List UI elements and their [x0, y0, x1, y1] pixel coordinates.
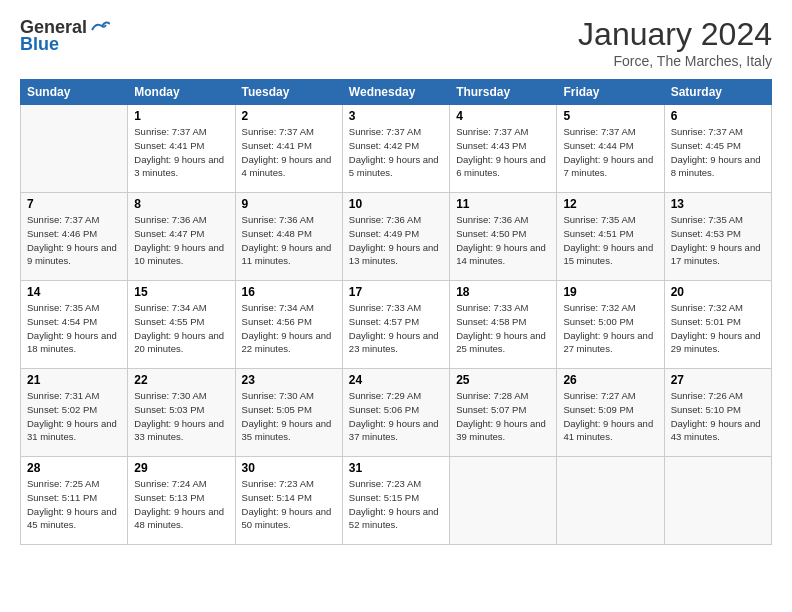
day-number: 22 [134, 373, 228, 387]
day-info: Sunrise: 7:37 AM Sunset: 4:43 PM Dayligh… [456, 125, 550, 180]
day-number: 31 [349, 461, 443, 475]
day-number: 20 [671, 285, 765, 299]
day-number: 19 [563, 285, 657, 299]
day-number: 11 [456, 197, 550, 211]
day-number: 8 [134, 197, 228, 211]
day-number: 17 [349, 285, 443, 299]
day-info: Sunrise: 7:37 AM Sunset: 4:46 PM Dayligh… [27, 213, 121, 268]
day-number: 23 [242, 373, 336, 387]
col-tuesday: Tuesday [235, 80, 342, 105]
table-row: 13Sunrise: 7:35 AM Sunset: 4:53 PM Dayli… [664, 193, 771, 281]
day-number: 5 [563, 109, 657, 123]
day-info: Sunrise: 7:24 AM Sunset: 5:13 PM Dayligh… [134, 477, 228, 532]
table-row: 29Sunrise: 7:24 AM Sunset: 5:13 PM Dayli… [128, 457, 235, 545]
day-info: Sunrise: 7:27 AM Sunset: 5:09 PM Dayligh… [563, 389, 657, 444]
day-info: Sunrise: 7:34 AM Sunset: 4:56 PM Dayligh… [242, 301, 336, 356]
day-number: 28 [27, 461, 121, 475]
table-row: 25Sunrise: 7:28 AM Sunset: 5:07 PM Dayli… [450, 369, 557, 457]
day-number: 15 [134, 285, 228, 299]
day-info: Sunrise: 7:33 AM Sunset: 4:58 PM Dayligh… [456, 301, 550, 356]
day-number: 14 [27, 285, 121, 299]
day-number: 9 [242, 197, 336, 211]
table-row: 23Sunrise: 7:30 AM Sunset: 5:05 PM Dayli… [235, 369, 342, 457]
col-monday: Monday [128, 80, 235, 105]
table-row: 30Sunrise: 7:23 AM Sunset: 5:14 PM Dayli… [235, 457, 342, 545]
col-sunday: Sunday [21, 80, 128, 105]
day-info: Sunrise: 7:37 AM Sunset: 4:41 PM Dayligh… [242, 125, 336, 180]
calendar-table: Sunday Monday Tuesday Wednesday Thursday… [20, 79, 772, 545]
day-info: Sunrise: 7:37 AM Sunset: 4:41 PM Dayligh… [134, 125, 228, 180]
day-info: Sunrise: 7:23 AM Sunset: 5:15 PM Dayligh… [349, 477, 443, 532]
table-row: 21Sunrise: 7:31 AM Sunset: 5:02 PM Dayli… [21, 369, 128, 457]
table-row [21, 105, 128, 193]
day-number: 7 [27, 197, 121, 211]
day-info: Sunrise: 7:36 AM Sunset: 4:49 PM Dayligh… [349, 213, 443, 268]
logo-icon [88, 16, 110, 38]
table-row: 19Sunrise: 7:32 AM Sunset: 5:00 PM Dayli… [557, 281, 664, 369]
table-row: 26Sunrise: 7:27 AM Sunset: 5:09 PM Dayli… [557, 369, 664, 457]
day-number: 1 [134, 109, 228, 123]
table-row: 1Sunrise: 7:37 AM Sunset: 4:41 PM Daylig… [128, 105, 235, 193]
header: General Blue January 2024 Force, The Mar… [20, 16, 772, 69]
table-row [557, 457, 664, 545]
table-row: 6Sunrise: 7:37 AM Sunset: 4:45 PM Daylig… [664, 105, 771, 193]
table-row: 16Sunrise: 7:34 AM Sunset: 4:56 PM Dayli… [235, 281, 342, 369]
table-row: 5Sunrise: 7:37 AM Sunset: 4:44 PM Daylig… [557, 105, 664, 193]
day-info: Sunrise: 7:35 AM Sunset: 4:53 PM Dayligh… [671, 213, 765, 268]
day-number: 27 [671, 373, 765, 387]
table-row: 27Sunrise: 7:26 AM Sunset: 5:10 PM Dayli… [664, 369, 771, 457]
title-block: January 2024 Force, The Marches, Italy [578, 16, 772, 69]
day-info: Sunrise: 7:33 AM Sunset: 4:57 PM Dayligh… [349, 301, 443, 356]
day-info: Sunrise: 7:32 AM Sunset: 5:00 PM Dayligh… [563, 301, 657, 356]
day-number: 21 [27, 373, 121, 387]
day-info: Sunrise: 7:25 AM Sunset: 5:11 PM Dayligh… [27, 477, 121, 532]
day-info: Sunrise: 7:37 AM Sunset: 4:42 PM Dayligh… [349, 125, 443, 180]
table-row: 8Sunrise: 7:36 AM Sunset: 4:47 PM Daylig… [128, 193, 235, 281]
table-row [664, 457, 771, 545]
day-info: Sunrise: 7:23 AM Sunset: 5:14 PM Dayligh… [242, 477, 336, 532]
col-wednesday: Wednesday [342, 80, 449, 105]
day-number: 6 [671, 109, 765, 123]
day-info: Sunrise: 7:36 AM Sunset: 4:50 PM Dayligh… [456, 213, 550, 268]
day-number: 13 [671, 197, 765, 211]
table-row: 22Sunrise: 7:30 AM Sunset: 5:03 PM Dayli… [128, 369, 235, 457]
day-number: 2 [242, 109, 336, 123]
col-thursday: Thursday [450, 80, 557, 105]
col-saturday: Saturday [664, 80, 771, 105]
location: Force, The Marches, Italy [578, 53, 772, 69]
table-row: 17Sunrise: 7:33 AM Sunset: 4:57 PM Dayli… [342, 281, 449, 369]
day-number: 18 [456, 285, 550, 299]
day-number: 26 [563, 373, 657, 387]
day-info: Sunrise: 7:32 AM Sunset: 5:01 PM Dayligh… [671, 301, 765, 356]
day-info: Sunrise: 7:37 AM Sunset: 4:44 PM Dayligh… [563, 125, 657, 180]
logo: General Blue [20, 16, 110, 55]
table-row [450, 457, 557, 545]
day-info: Sunrise: 7:29 AM Sunset: 5:06 PM Dayligh… [349, 389, 443, 444]
table-row: 10Sunrise: 7:36 AM Sunset: 4:49 PM Dayli… [342, 193, 449, 281]
month-title: January 2024 [578, 16, 772, 53]
page-container: General Blue January 2024 Force, The Mar… [0, 0, 792, 557]
day-info: Sunrise: 7:36 AM Sunset: 4:47 PM Dayligh… [134, 213, 228, 268]
table-row: 18Sunrise: 7:33 AM Sunset: 4:58 PM Dayli… [450, 281, 557, 369]
day-number: 10 [349, 197, 443, 211]
table-row: 31Sunrise: 7:23 AM Sunset: 5:15 PM Dayli… [342, 457, 449, 545]
day-info: Sunrise: 7:28 AM Sunset: 5:07 PM Dayligh… [456, 389, 550, 444]
table-row: 20Sunrise: 7:32 AM Sunset: 5:01 PM Dayli… [664, 281, 771, 369]
table-row: 28Sunrise: 7:25 AM Sunset: 5:11 PM Dayli… [21, 457, 128, 545]
table-row: 14Sunrise: 7:35 AM Sunset: 4:54 PM Dayli… [21, 281, 128, 369]
day-number: 12 [563, 197, 657, 211]
table-row: 11Sunrise: 7:36 AM Sunset: 4:50 PM Dayli… [450, 193, 557, 281]
day-number: 3 [349, 109, 443, 123]
day-number: 24 [349, 373, 443, 387]
day-info: Sunrise: 7:26 AM Sunset: 5:10 PM Dayligh… [671, 389, 765, 444]
table-row: 2Sunrise: 7:37 AM Sunset: 4:41 PM Daylig… [235, 105, 342, 193]
day-info: Sunrise: 7:36 AM Sunset: 4:48 PM Dayligh… [242, 213, 336, 268]
day-number: 16 [242, 285, 336, 299]
day-info: Sunrise: 7:30 AM Sunset: 5:03 PM Dayligh… [134, 389, 228, 444]
table-row: 15Sunrise: 7:34 AM Sunset: 4:55 PM Dayli… [128, 281, 235, 369]
day-number: 30 [242, 461, 336, 475]
day-info: Sunrise: 7:30 AM Sunset: 5:05 PM Dayligh… [242, 389, 336, 444]
table-row: 3Sunrise: 7:37 AM Sunset: 4:42 PM Daylig… [342, 105, 449, 193]
day-info: Sunrise: 7:34 AM Sunset: 4:55 PM Dayligh… [134, 301, 228, 356]
day-info: Sunrise: 7:35 AM Sunset: 4:54 PM Dayligh… [27, 301, 121, 356]
